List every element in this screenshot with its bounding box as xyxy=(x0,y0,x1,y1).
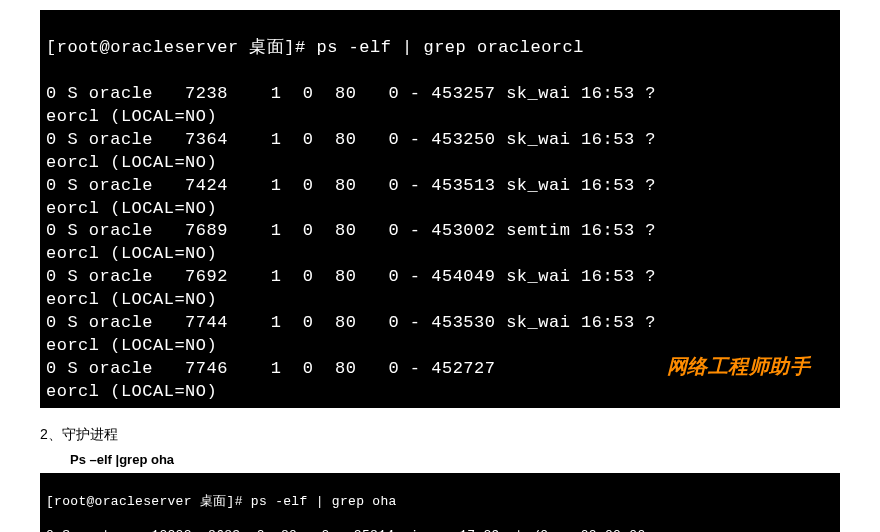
terminal-output-1: [root@oracleserver 桌面]# ps -elf | grep o… xyxy=(40,10,840,408)
terminal-output-2: [root@oracleserver 桌面]# ps -elf | grep o… xyxy=(40,473,840,532)
prompt-line: [root@oracleserver 桌面]# ps -elf | grep o… xyxy=(46,494,397,509)
section-heading: 2、守护进程 xyxy=(40,426,840,444)
command-label: Ps –elf |grep oha xyxy=(70,452,840,467)
prompt-line: [root@oracleserver 桌面]# ps -elf | grep o… xyxy=(46,38,584,57)
watermark-text: 网络工程师助手 xyxy=(667,353,811,380)
